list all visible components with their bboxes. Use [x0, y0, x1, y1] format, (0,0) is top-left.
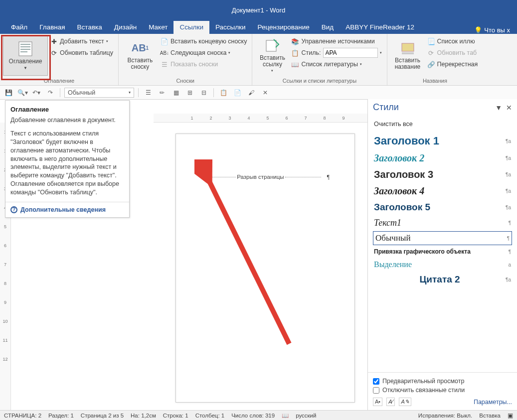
- format-toolbar: 💾 🔍▾ ↶▾ ↷ Обычный ▾ ☰ ✏ ▦ ⊞ ⊟ 📋 📄 🖌 ✕: [0, 86, 517, 100]
- status-page[interactable]: СТРАНИЦА: 2: [4, 413, 41, 419]
- svg-rect-3: [20, 49, 30, 50]
- style-heading1[interactable]: Заголовок 1¶a: [373, 133, 512, 149]
- list-icon: 📃: [427, 37, 435, 45]
- para-mark-icon: ¶: [509, 220, 511, 226]
- status-insert[interactable]: Вставка: [479, 413, 501, 419]
- list-icon[interactable]: ☰: [143, 87, 154, 98]
- save-icon[interactable]: 💾: [3, 87, 14, 98]
- copy-icon[interactable]: 📋: [218, 87, 229, 98]
- eraser-icon[interactable]: ✏: [157, 87, 168, 98]
- preview-icon[interactable]: 🔍▾: [17, 87, 28, 98]
- svg-rect-1: [20, 44, 30, 45]
- title-bar: Документ1 - Word: [0, 0, 517, 20]
- tab-home[interactable]: Главная: [33, 21, 71, 34]
- chevron-down-icon[interactable]: ▼: [495, 104, 502, 112]
- clear-all-button[interactable]: Очистить все: [373, 119, 512, 133]
- new-style-icon[interactable]: A▪: [373, 398, 382, 406]
- style-quote2[interactable]: Цитата 2¶a: [373, 272, 512, 287]
- group-toc: Оглавление ▼ ✚ Добавить текст ▾ ⟳ Обнови…: [0, 34, 119, 85]
- document-page[interactable]: ¶ Разрыв страницы ¶: [175, 134, 355, 403]
- status-lang[interactable]: русский: [296, 413, 316, 419]
- toc-tooltip: Оглавление Добавление оглавления в докум…: [5, 100, 130, 218]
- svg-rect-2: [20, 46, 30, 47]
- tab-references[interactable]: Ссылки: [173, 21, 209, 34]
- crossref-button[interactable]: 🔗 Перекрестная: [425, 59, 480, 70]
- manage-sources-button[interactable]: 📚 Управление источниками: [289, 36, 383, 47]
- menu-bar: Файл Главная Вставка Дизайн Макет Ссылки…: [0, 20, 517, 34]
- status-section[interactable]: Раздел: 1: [48, 413, 74, 419]
- table2-icon[interactable]: ⊟: [198, 87, 209, 98]
- group-label-citations: Ссылки и списки литературы: [255, 77, 383, 85]
- refresh-icon: ⟳: [50, 49, 58, 57]
- tooltip-more-link[interactable]: ? Дополнительные сведения: [5, 202, 129, 217]
- citation-style[interactable]: 📋 Стиль: ▾: [289, 47, 383, 58]
- clear-icon[interactable]: ✕: [260, 87, 271, 98]
- illustration-list-button[interactable]: 📃 Список иллю: [425, 36, 480, 47]
- status-at[interactable]: На: 1,2см: [131, 413, 156, 419]
- next-footnote-button[interactable]: AB↓ Следующая сноска ▾: [159, 47, 249, 58]
- styles-title: Стили: [373, 102, 399, 113]
- chevron-down-icon: ▾: [129, 90, 131, 95]
- proofing-icon[interactable]: 📖: [282, 412, 289, 419]
- tab-view[interactable]: Вид: [316, 21, 340, 34]
- style-inspector-icon[interactable]: A⁄: [386, 398, 395, 406]
- format-icon[interactable]: 🖌: [246, 87, 257, 98]
- tab-insert[interactable]: Вставка: [71, 21, 108, 34]
- style-heading4[interactable]: Заголовок 4¶a: [373, 183, 512, 199]
- tab-review[interactable]: Рецензирование: [252, 21, 316, 34]
- update-table-button[interactable]: ⟳ Обновить таблицу: [48, 47, 115, 58]
- insert-caption-button[interactable]: Вставить название: [390, 35, 425, 76]
- bibliography-button[interactable]: 📖 Список литературы ▾: [289, 59, 383, 70]
- disable-linked-checkbox[interactable]: Отключить связанные стили: [373, 386, 512, 395]
- status-line[interactable]: Строка: 1: [163, 413, 188, 419]
- manage-styles-icon[interactable]: A✎: [399, 398, 411, 406]
- add-text-button[interactable]: ✚ Добавить текст ▾: [48, 36, 115, 47]
- styles-params-link[interactable]: Параметры...: [474, 399, 512, 406]
- redo-icon[interactable]: ↷: [45, 87, 56, 98]
- insert-endnote-button[interactable]: 📄 Вставить концевую сноску: [159, 36, 249, 47]
- style-heading2[interactable]: Заголовок 2¶a: [373, 150, 512, 166]
- style-normal[interactable]: Обычный¶: [373, 231, 512, 245]
- status-page-of[interactable]: Страница 2 из 5: [81, 413, 124, 419]
- tab-mailings[interactable]: Рассылки: [209, 21, 252, 34]
- macro-icon[interactable]: ▣: [508, 412, 513, 419]
- table-icon[interactable]: ⊞: [184, 87, 195, 98]
- styles-pane: Стили ▼ ✕ Очистить все Заголовок 1¶a Заг…: [367, 99, 517, 410]
- citation-style-input[interactable]: [323, 48, 378, 58]
- style-heading3[interactable]: Заголовок 3¶a: [373, 167, 512, 182]
- workspace: Оглавление Добавление оглавления в докум…: [0, 100, 517, 410]
- update-table2-button[interactable]: ⟳ Обновить таб: [425, 47, 480, 58]
- tab-design[interactable]: Дизайн: [108, 21, 143, 34]
- paste-icon[interactable]: 📄: [232, 87, 243, 98]
- tell-me[interactable]: 💡 Что вы х: [474, 26, 512, 34]
- style-heading5[interactable]: Заголовок 5¶a: [373, 200, 512, 215]
- border-icon[interactable]: ▦: [171, 87, 181, 98]
- chevron-down-icon: ▾: [271, 69, 273, 73]
- status-words[interactable]: Число слов: 319: [231, 413, 275, 419]
- status-track[interactable]: Исправления: Выкл.: [418, 413, 472, 419]
- preview-checkbox[interactable]: Предварительный просмотр: [373, 377, 512, 386]
- group-captions: Вставить название 📃 Список иллю ⟳ Обнови…: [387, 34, 483, 85]
- status-col[interactable]: Столбец: 1: [195, 413, 225, 419]
- chevron-down-icon: ▾: [228, 51, 230, 55]
- tab-layout[interactable]: Макет: [143, 21, 173, 34]
- show-notes-button[interactable]: ☰ Показать сноски: [159, 59, 249, 70]
- style-text1[interactable]: Текст1¶: [373, 216, 512, 230]
- insert-citation-button[interactable]: Вставить ссылку ▾: [255, 35, 289, 76]
- para-mark-icon: ¶a: [506, 155, 511, 161]
- manage-sources-icon: 📚: [291, 37, 299, 45]
- tooltip-p2: Текст с использованием стиля "Заголовок"…: [10, 130, 124, 197]
- refresh-icon: ⟳: [427, 49, 435, 57]
- show-notes-icon: ☰: [161, 60, 169, 68]
- insert-footnote-button[interactable]: AB1 Вставить сноску: [122, 35, 159, 76]
- toc-button[interactable]: Оглавление ▼: [3, 35, 48, 76]
- para-mark-icon: ¶a: [506, 172, 511, 177]
- style-anchor[interactable]: Привязка графического объекта¶: [373, 246, 512, 257]
- undo-icon[interactable]: ↶▾: [31, 87, 42, 98]
- tab-file[interactable]: Файл: [5, 21, 33, 34]
- style-selection[interactable]: Выделениеa: [373, 258, 512, 271]
- bulb-icon: 💡: [474, 26, 482, 34]
- close-icon[interactable]: ✕: [506, 104, 512, 112]
- tab-abbyy[interactable]: ABBYY FineReader 12: [340, 21, 420, 34]
- style-selector[interactable]: Обычный ▾: [64, 88, 134, 98]
